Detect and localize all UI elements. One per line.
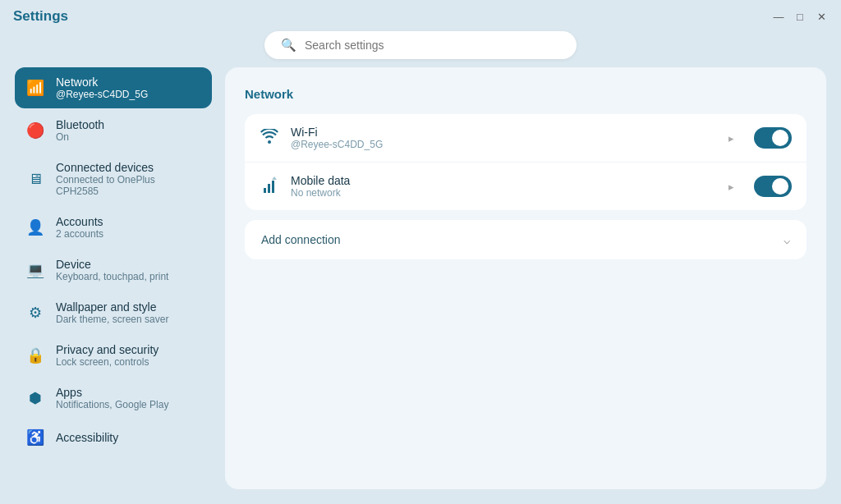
- mobile-arrow-icon: ▸: [728, 181, 734, 193]
- app-title: Settings: [13, 8, 68, 25]
- network-items-card: Wi-Fi @Reyee-sC4DD_5G ▸: [245, 114, 807, 210]
- chevron-down-icon: ⌵: [784, 233, 790, 246]
- wallpaper-icon: ⚙: [26, 304, 44, 322]
- search-input[interactable]: [305, 39, 560, 52]
- sidebar-item-accounts[interactable]: 👤 Accounts 2 accounts: [15, 207, 212, 248]
- mobile-toggle[interactable]: [754, 176, 792, 197]
- search-bar: 🔍: [264, 31, 577, 59]
- device-icon: 💻: [26, 261, 44, 279]
- wifi-icon: 📶: [26, 79, 44, 97]
- sidebar-item-connected-devices[interactable]: 🖥 Connected devices Connected to OnePlus…: [15, 153, 212, 205]
- wifi-toggle[interactable]: [754, 127, 792, 149]
- sidebar: 📶 Network @Reyee-sC4DD_5G 🔴 Bluetooth On…: [15, 67, 212, 489]
- bluetooth-icon: 🔴: [26, 121, 44, 140]
- sidebar-item-wallpaper-title: Wallpaper and style: [56, 300, 168, 314]
- settings-window: Settings — □ ✕ 🔍 📶 Network @Reyee-sC4DD_…: [0, 0, 841, 504]
- mobile-data-name: Mobile data: [291, 174, 717, 187]
- wifi-arrow-icon: ▸: [728, 132, 734, 144]
- window-controls: — □ ✕: [772, 10, 828, 23]
- sidebar-item-privacy[interactable]: 🔒 Privacy and security Lock screen, cont…: [15, 335, 212, 376]
- titlebar: Settings — □ ✕: [0, 0, 841, 30]
- sidebar-item-privacy-subtitle: Lock screen, controls: [56, 356, 159, 368]
- sidebar-item-wallpaper[interactable]: ⚙ Wallpaper and style Dark theme, screen…: [15, 292, 212, 333]
- sidebar-item-device-title: Device: [56, 258, 168, 271]
- sidebar-item-connected-devices-title: Connected devices: [56, 161, 200, 174]
- search-icon: 🔍: [281, 38, 296, 53]
- wifi-name: Wi-Fi: [291, 126, 717, 139]
- main-content: 📶 Network @Reyee-sC4DD_5G 🔴 Bluetooth On…: [0, 67, 841, 504]
- sidebar-item-accounts-subtitle: 2 accounts: [56, 228, 103, 240]
- mobile-data-row[interactable]: Mobile data No network ▸: [245, 163, 807, 210]
- privacy-icon: 🔒: [26, 346, 44, 364]
- sidebar-item-bluetooth[interactable]: 🔴 Bluetooth On: [15, 110, 212, 151]
- accessibility-icon: ♿: [26, 428, 44, 447]
- wifi-row[interactable]: Wi-Fi @Reyee-sC4DD_5G ▸: [245, 114, 807, 163]
- sidebar-item-bluetooth-subtitle: On: [56, 131, 104, 143]
- add-connection-label: Add connection: [261, 233, 341, 246]
- sidebar-item-accessibility[interactable]: ♿ Accessibility: [15, 420, 212, 455]
- close-button[interactable]: ✕: [815, 10, 828, 23]
- content-section-title: Network: [245, 87, 807, 101]
- maximize-button[interactable]: □: [793, 10, 807, 23]
- mobile-data-sub: No network: [291, 187, 717, 199]
- accounts-icon: 👤: [26, 218, 44, 236]
- apps-icon: ⬢: [26, 389, 44, 407]
- add-connection-row[interactable]: Add connection ⌵: [245, 220, 807, 259]
- sidebar-item-device[interactable]: 💻 Device Keyboard, touchpad, print: [15, 250, 212, 291]
- sidebar-item-bluetooth-title: Bluetooth: [56, 118, 104, 131]
- sidebar-item-connected-devices-subtitle: Connected to OnePlus CPH2585: [56, 174, 200, 197]
- search-section: 🔍: [0, 30, 841, 67]
- wifi-sub: @Reyee-sC4DD_5G: [291, 139, 717, 150]
- sidebar-item-network[interactable]: 📶 Network @Reyee-sC4DD_5G: [15, 67, 212, 108]
- sidebar-item-device-subtitle: Keyboard, touchpad, print: [56, 271, 168, 282]
- sidebar-item-apps-subtitle: Notifications, Google Play: [56, 399, 168, 410]
- sidebar-item-network-subtitle: @Reyee-sC4DD_5G: [56, 89, 148, 100]
- sidebar-item-privacy-title: Privacy and security: [56, 343, 159, 356]
- connected-devices-icon: 🖥: [26, 171, 44, 188]
- mobile-data-icon: [260, 176, 279, 197]
- wifi-row-icon: [260, 129, 279, 148]
- minimize-button[interactable]: —: [772, 10, 785, 23]
- sidebar-item-wallpaper-subtitle: Dark theme, screen saver: [56, 314, 168, 325]
- sidebar-item-accessibility-title: Accessibility: [56, 431, 118, 444]
- content-panel: Network Wi-Fi @Reyee-sC4DD_5G ▸: [225, 67, 826, 489]
- sidebar-item-apps-title: Apps: [56, 386, 168, 399]
- sidebar-item-network-title: Network: [56, 76, 148, 89]
- sidebar-item-apps[interactable]: ⬢ Apps Notifications, Google Play: [15, 378, 212, 419]
- sidebar-item-accounts-title: Accounts: [56, 215, 103, 228]
